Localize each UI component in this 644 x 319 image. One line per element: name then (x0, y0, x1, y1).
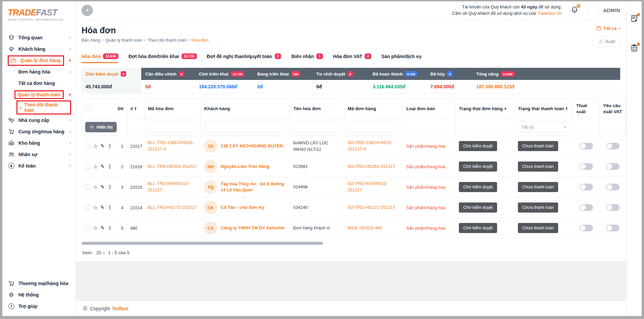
order-code-link[interactable]: WEB-150325-480 (347, 225, 382, 231)
vat-request-toggle[interactable] (606, 143, 620, 149)
invoice-code-filter-input[interactable] (148, 122, 197, 132)
column-header-sale-type[interactable]: Loại đơn bán (403, 99, 455, 118)
order-code-link[interactable]: SO-TRD-HD353-251217 (347, 164, 395, 170)
status-segment[interactable]: Chờ triển khai 13.735 184.220.579.088đ (195, 68, 253, 93)
sidebar-item-order-management[interactable]: Quản lý đơn hàng ▾ (2, 55, 76, 66)
tab[interactable]: Đợt đề nghị thanh/quyết toán 2 (207, 53, 281, 59)
sidebar-item-warehouse[interactable]: Kho hàng › (2, 137, 76, 149)
user-avatar[interactable] (587, 4, 599, 17)
status-segment[interactable]: Tổng cộng 13.936 187.390.880.123đ (472, 68, 620, 93)
tab[interactable]: Biên nhận 1 (291, 53, 323, 59)
kebab-menu-icon[interactable]: ⋮ (107, 225, 112, 231)
show-columns-button[interactable]: Hiển thị (85, 122, 117, 132)
order-status-button[interactable]: Chờ kiểm duyệt (459, 202, 497, 213)
kebab-menu-icon[interactable]: ⋮ (107, 143, 112, 149)
order-code-link[interactable]: SO-TRD-138CAYKEO-251217-4 (347, 140, 399, 152)
row-checkbox[interactable] (85, 184, 90, 190)
back-button[interactable]: ‹ (82, 5, 93, 16)
column-header-customer[interactable]: Khách hàng (201, 99, 290, 118)
sidebar-item-system[interactable]: ⚙ Hệ thống (2, 289, 76, 301)
star-icon[interactable]: ☆ (93, 164, 98, 170)
payment-status-button[interactable]: Chưa thanh toán (518, 182, 558, 192)
kebab-menu-icon[interactable]: ⋮ (107, 184, 112, 190)
column-header-order-code[interactable]: Mã đơn hàng (344, 99, 403, 118)
kebab-menu-icon[interactable]: ⋮ (107, 204, 112, 211)
edit-icon[interactable]: ✎ (100, 184, 105, 190)
sidebar-item-order-goods[interactable]: Đơn hàng hóa › (2, 66, 76, 78)
customer-filter-input[interactable] (204, 122, 286, 132)
export-button[interactable]: Xuất (593, 36, 620, 47)
status-segment[interactable]: Đã hoàn thành 6.764 3.116.664.035đ (369, 68, 426, 93)
edit-icon[interactable]: ✎ (100, 225, 105, 231)
order-status-button[interactable]: Chờ kiểm duyệt (459, 141, 497, 151)
payment-status-button[interactable]: Chưa thanh toán (518, 141, 558, 151)
customer-name-link[interactable]: Cô Tân - chợ Sơn Kỳ (221, 204, 264, 211)
star-icon[interactable]: ☆ (93, 184, 98, 190)
status-segment[interactable]: Từ chối duyệt 0 0đ (312, 68, 369, 93)
tab[interactable]: Đợt hóa đơn/triển khai 13.736 (128, 53, 197, 59)
column-header-order-status[interactable]: Trạng thái đơn hàng (459, 106, 502, 112)
row-checkbox[interactable] (85, 225, 90, 231)
invoice-code-link[interactable]: BLL-TRD-138CAYKEO-251217-4 (148, 140, 197, 152)
tradefast-link[interactable]: Tradefast.Vn (537, 11, 561, 16)
order-status-button[interactable]: Chờ kiểm duyệt (459, 182, 497, 192)
edit-icon[interactable]: ✎ (100, 164, 105, 170)
sidebar-item-procurement[interactable]: Cung ứng/mua hàng › (2, 126, 76, 137)
sort-asc-icon[interactable]: ▲ (504, 107, 506, 110)
order-code-filter-input[interactable] (348, 122, 399, 132)
status-segment[interactable]: Đang triển khai 196 0đ (253, 68, 312, 93)
sidebar-item-hr[interactable]: Nhân sự › (2, 149, 76, 160)
column-header-invoice-name[interactable]: Tên hóa đơn (290, 99, 344, 118)
sidebar-item-suppliers[interactable]: Nhà cung cấp › (2, 115, 76, 126)
edit-icon[interactable]: ✎ (100, 204, 105, 211)
edit-icon[interactable]: ✎ (100, 143, 105, 149)
sidebar-item-payment-management[interactable]: Quản lý thanh toán ▾ (2, 89, 76, 100)
payment-status-button[interactable]: Chưa thanh toán (518, 223, 558, 233)
status-segment[interactable]: Cần điều chỉnh 0 0đ (141, 68, 195, 93)
sidebar-item-help[interactable]: ? Trợ giúp (2, 301, 76, 312)
column-header-stt[interactable]: Stt (117, 106, 123, 112)
sidebar-item-commerce[interactable]: Thương mại/hàng hóa (2, 278, 76, 289)
invoice-code-link[interactable]: BLL-TRD-HD353-251217 (148, 164, 197, 170)
sidebar-item-accounting[interactable]: $ Kế toán › (2, 160, 76, 172)
status-segment[interactable]: Chờ kiểm duyệt 5 45.743.000đ (82, 68, 141, 93)
payment-status-button[interactable]: Chưa thanh toán (518, 162, 558, 172)
breadcrumb-item[interactable]: Theo dõi thanh toán (148, 38, 186, 43)
tax-toggle[interactable] (580, 204, 593, 211)
order-status-button[interactable]: Chờ kiểm duyệt (459, 162, 497, 172)
vat-request-toggle[interactable] (606, 204, 620, 211)
sidebar-item-customers[interactable]: Khách hàng › (2, 43, 76, 55)
status-segment[interactable]: Đã hủy 6 7.894.000đ (426, 68, 472, 93)
vat-request-toggle[interactable] (606, 225, 620, 231)
row-checkbox[interactable] (85, 164, 90, 169)
sidebar-item-payment-tracking[interactable]: • Theo dõi thanh toán (2, 100, 76, 115)
payment-status-button[interactable]: Chưa thanh toán (518, 202, 558, 213)
column-header-id[interactable]: # (130, 106, 133, 112)
sort-icon[interactable]: ▲▼ (135, 107, 136, 110)
notifications-bell[interactable]: 0 (571, 6, 579, 15)
order-code-link[interactable]: SO-TRD-KH000313-251217 (347, 181, 399, 193)
customer-name-link[interactable]: Công ty TNHH TM DV Aehomie (221, 225, 284, 231)
sidebar-item-overview[interactable]: Tổng quan › (2, 32, 76, 43)
tab[interactable]: Hóa đơn 13.936 (82, 53, 118, 59)
kebab-menu-icon[interactable]: ⋮ (107, 164, 112, 170)
breadcrumb-item[interactable]: Bán hàng (82, 38, 100, 43)
column-header-vat-request[interactable]: Yêu cầu xuất VAT (600, 99, 626, 118)
tab[interactable]: Hóa đơn VAT 4 (333, 53, 371, 59)
vat-request-toggle[interactable] (606, 184, 620, 190)
date-filter-dropdown[interactable]: Tất cả ▾ (596, 26, 620, 31)
payment-status-filter-select[interactable]: Tất cả▾ (518, 122, 569, 132)
tab[interactable]: Sản phẩm/dịch vụ (381, 53, 422, 59)
column-header-invoice-code[interactable]: Mã hóa đơn (145, 99, 201, 118)
row-checkbox[interactable] (85, 143, 90, 149)
notes-panel-button[interactable] (630, 14, 639, 24)
vat-request-toggle[interactable] (606, 163, 620, 170)
column-header-tax[interactable]: Thuế suất (573, 99, 600, 118)
tax-toggle[interactable] (580, 184, 593, 190)
footer-brand-link[interactable]: Tedfast (112, 306, 128, 311)
star-icon[interactable]: ☆ (93, 225, 98, 231)
tax-toggle[interactable] (580, 143, 593, 149)
invoice-code-link[interactable]: BLL-TRD-HD172-251217 (148, 204, 197, 211)
order-code-link[interactable]: SO-TRD-HD172-251217 (347, 204, 395, 211)
page-size-select[interactable]: 25▾ (96, 250, 105, 255)
